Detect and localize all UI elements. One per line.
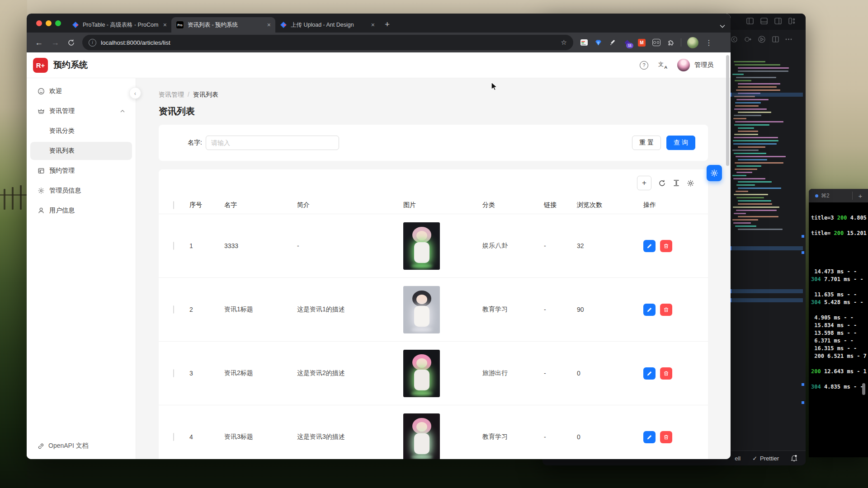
cell-category: 旅游出行	[482, 369, 544, 377]
terminal-line	[811, 360, 868, 368]
robot-extension-icon[interactable]	[652, 38, 660, 47]
wallpaper-fence-post	[12, 187, 14, 210]
sidebar-item[interactable]: 欢迎	[30, 82, 132, 100]
add-row-button[interactable]: +	[637, 176, 651, 190]
page-scrollbar[interactable]	[726, 55, 729, 166]
address-bar[interactable]: i localhost:8000/articles/list ☆	[82, 35, 573, 50]
tab-close-icon[interactable]: ×	[163, 22, 167, 28]
browser-window[interactable]: ProTable - 高级表格 - ProCom×Pro资讯列表 - 预约系统×…	[27, 14, 731, 459]
gem-extension-icon[interactable]	[594, 38, 603, 47]
delete-button[interactable]	[660, 367, 672, 380]
query-button[interactable]: 查 询	[666, 136, 695, 150]
cell-link: -	[544, 242, 577, 249]
delete-button[interactable]	[660, 240, 672, 252]
density-icon[interactable]	[673, 179, 680, 187]
url-text[interactable]: localhost:8000/articles/list	[101, 39, 557, 46]
browser-tab-strip: ProTable - 高级表格 - ProCom×Pro资讯列表 - 预约系统×…	[27, 14, 731, 33]
edit-button[interactable]	[643, 240, 656, 252]
name-input[interactable]	[206, 136, 339, 150]
column-settings-gear-icon[interactable]	[687, 179, 694, 187]
prettier-status[interactable]: ✓ Prettier	[752, 455, 779, 462]
browser-profile-avatar[interactable]	[687, 37, 698, 48]
toggle-panel-icon[interactable]	[760, 18, 768, 24]
tab-close-icon[interactable]: ×	[267, 22, 271, 28]
breadcrumb-parent[interactable]: 资讯管理	[159, 91, 184, 99]
sidebar-item[interactable]: 用户信息	[30, 202, 132, 220]
row-checkbox[interactable]	[173, 242, 174, 250]
column-header: 图片	[403, 201, 482, 209]
m-extension-icon[interactable]: M	[637, 38, 646, 47]
row-checkbox[interactable]	[173, 305, 174, 314]
notifications-bell-icon[interactable]	[791, 455, 797, 462]
terminal-new-tab-button[interactable]: +	[853, 192, 868, 200]
terminal-output: title=3 200 4.805title= 200 15.201 14.47…	[809, 203, 868, 391]
zoom-window-button[interactable]	[55, 20, 61, 26]
terminal-tab-label[interactable]: ⌘2	[821, 192, 852, 199]
sidebar-menu: 欢迎资讯管理资讯分类资讯列表预约管理管理员信息用户信息	[27, 78, 136, 220]
browser-tab[interactable]: Pro资讯列表 - 预约系统×	[171, 17, 275, 33]
new-tab-button[interactable]: +	[385, 19, 390, 29]
terminal-tab-bar[interactable]: ⌘2 +	[809, 189, 868, 203]
nav-forward-icon[interactable]	[744, 36, 751, 43]
sidebar-item-openapi[interactable]: OpenAPI 文档	[30, 437, 132, 455]
reload-table-icon[interactable]	[658, 179, 666, 187]
select-all-checkbox[interactable]	[173, 201, 174, 209]
back-icon[interactable]: ←	[35, 38, 43, 47]
tab-close-icon[interactable]: ×	[371, 22, 375, 28]
split-editor-icon[interactable]	[772, 36, 779, 42]
browser-tab[interactable]: 上传 Upload - Ant Design×	[275, 17, 379, 33]
sidebar-collapse-button[interactable]: ‹	[129, 87, 141, 99]
tab-search-icon[interactable]	[720, 24, 725, 28]
terminal-line: 16.315 ms - -	[811, 345, 868, 352]
minimap-change-marker	[802, 383, 804, 386]
help-icon[interactable]: ?	[640, 61, 648, 70]
toggle-sidebar-icon[interactable]	[746, 18, 754, 24]
sidebar-item[interactable]: 资讯管理	[30, 102, 132, 120]
edit-button[interactable]	[643, 304, 656, 316]
delete-button[interactable]	[660, 431, 672, 443]
terminal-scrollbar[interactable]	[862, 383, 865, 395]
extensions-puzzle-icon[interactable]	[666, 38, 675, 47]
article-image	[403, 222, 440, 270]
window-controls	[27, 14, 67, 33]
app-logo[interactable]: R+	[33, 58, 48, 73]
more-actions-icon[interactable]	[785, 38, 792, 40]
minimize-window-button[interactable]	[46, 20, 52, 26]
bookmark-star-icon[interactable]: ☆	[561, 38, 567, 47]
statusbar-text[interactable]: ell	[735, 455, 741, 462]
terminal-window[interactable]: ⌘2 + title=3 200 4.805title= 200 15.201 …	[809, 189, 868, 457]
toggle-secondary-sidebar-icon[interactable]	[774, 18, 782, 24]
close-window-button[interactable]	[36, 20, 42, 26]
terminal-line	[811, 375, 868, 383]
forward-icon[interactable]: →	[51, 38, 59, 47]
sidebar-subitem[interactable]: 资讯分类	[30, 122, 132, 140]
settings-drawer-button[interactable]	[707, 165, 722, 181]
pen-extension-icon[interactable]	[609, 38, 617, 47]
customize-layout-icon[interactable]	[788, 18, 796, 24]
terminal-line	[811, 306, 868, 314]
edit-button[interactable]	[643, 367, 656, 380]
row-checkbox[interactable]	[173, 433, 174, 441]
user-name[interactable]: 管理员	[694, 61, 713, 69]
purple-extension-icon[interactable]: 11	[623, 38, 632, 47]
browser-menu-icon[interactable]: ⋮	[705, 38, 712, 47]
row-checkbox[interactable]	[173, 369, 174, 377]
sidebar-subitem[interactable]: 资讯列表	[30, 142, 132, 160]
sidebar-item[interactable]: 管理员信息	[30, 182, 132, 200]
user-avatar[interactable]	[677, 59, 690, 71]
run-debug-icon[interactable]	[758, 35, 766, 43]
delete-button[interactable]	[660, 304, 672, 316]
site-info-icon[interactable]: i	[89, 39, 96, 47]
reload-icon[interactable]	[67, 39, 75, 47]
cell-name: 资讯2标题	[224, 369, 297, 377]
language-icon[interactable]: 文 A	[658, 61, 667, 69]
reset-button[interactable]: 重 置	[632, 136, 661, 150]
breadcrumb: 资讯管理 / 资讯列表	[159, 91, 708, 99]
browser-tab[interactable]: ProTable - 高级表格 - ProCom×	[67, 17, 171, 33]
cell-index: 4	[189, 433, 224, 441]
nav-back-icon[interactable]	[731, 36, 738, 43]
cell-name: 资讯3标题	[224, 433, 297, 441]
edit-button[interactable]	[643, 431, 656, 443]
notes-extension-icon[interactable]	[580, 38, 588, 47]
sidebar-item[interactable]: 预约管理	[30, 162, 132, 180]
